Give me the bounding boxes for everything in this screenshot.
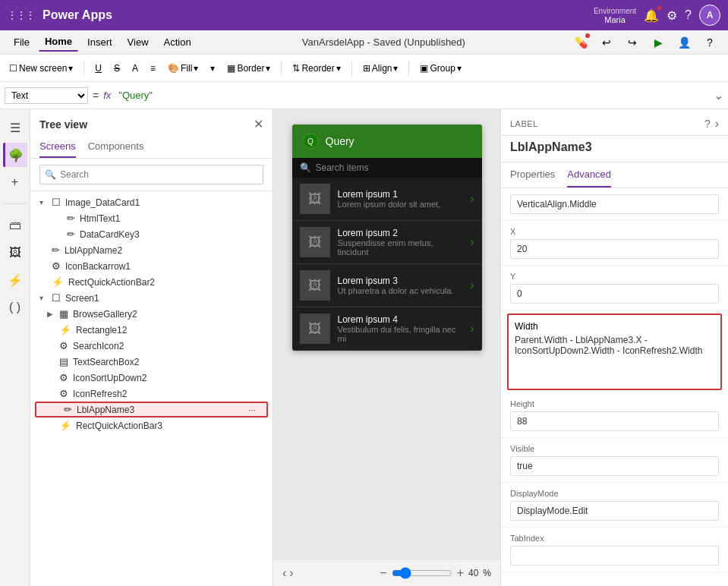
tree-item-label: IconBackarrow1 bbox=[65, 261, 263, 272]
visible-input[interactable] bbox=[510, 456, 719, 476]
menu-home[interactable]: Home bbox=[39, 33, 78, 52]
top-right-icons: 💊 ↩ ↪ ▶ 👤 ? bbox=[570, 32, 720, 53]
formula-expand-icon[interactable]: ⌄ bbox=[714, 88, 723, 102]
menu-insert[interactable]: Insert bbox=[81, 33, 118, 51]
field-y-label: Y bbox=[510, 272, 719, 281]
x-input[interactable] bbox=[510, 239, 719, 259]
align-text-button[interactable]: ≡ bbox=[146, 61, 160, 75]
reorder-chevron: ▾ bbox=[336, 63, 341, 74]
width-textarea[interactable]: Parent.Width - LblAppName3.X - IconSortU… bbox=[515, 335, 714, 380]
search-input[interactable] bbox=[39, 165, 263, 184]
field-tabindex-label: TabIndex bbox=[510, 534, 719, 543]
tab-properties[interactable]: Properties bbox=[510, 162, 555, 187]
equals-sign: = bbox=[93, 90, 99, 102]
strikethrough-button[interactable]: S bbox=[109, 61, 124, 75]
chevron-down-button[interactable]: ▾ bbox=[206, 61, 219, 75]
font-size-button[interactable]: A bbox=[128, 61, 143, 75]
undo-icon[interactable]: ↩ bbox=[596, 32, 617, 53]
variables-icon[interactable]: ( ) bbox=[3, 295, 27, 320]
phone-search-icon: 🔍 bbox=[300, 162, 311, 173]
datacard-icon: ☐ bbox=[52, 197, 61, 208]
item-subtitle-1: Lorem ipsum dolor sit amet, bbox=[338, 200, 441, 209]
tree-item-datacardkey3[interactable]: ✏ DataCardKey3 bbox=[30, 226, 273, 242]
group-button[interactable]: ▣ Group ▾ bbox=[415, 61, 465, 75]
share-icon[interactable]: 👤 bbox=[673, 32, 695, 53]
canvas-scroll-area[interactable]: Q Query 🔍 Search items 🖼 Lorem ipsum 1 L… bbox=[273, 109, 500, 559]
help-icon[interactable]: ? bbox=[685, 8, 692, 22]
power-automate-icon[interactable]: ⚡ bbox=[3, 268, 27, 292]
border-button[interactable]: ▦ Border ▾ bbox=[222, 61, 275, 75]
phone-list-item-1: 🖼 Lorem ipsum 1 Lorem ipsum dolor sit am… bbox=[292, 178, 482, 221]
underline-button[interactable]: U bbox=[90, 61, 106, 75]
waffle-icon[interactable]: ⋮⋮⋮ bbox=[8, 10, 35, 20]
item-subtitle-4: Vestibulum dui felis, fringilla nec mi bbox=[338, 325, 463, 343]
item-title-3: Lorem ipsum 3 bbox=[338, 276, 454, 286]
fill-button[interactable]: 🎨 Fill ▾ bbox=[163, 61, 203, 75]
panel-expand-icon[interactable]: › bbox=[715, 117, 719, 131]
tree-item-rectquickactionbar3[interactable]: ⚡ RectQuickActionBar3 bbox=[30, 417, 273, 433]
tree-item-searchicon2[interactable]: ⚙ SearchIcon2 bbox=[30, 338, 273, 354]
tab-screens[interactable]: Screens bbox=[39, 136, 76, 158]
rect-icon: ⚡ bbox=[52, 276, 64, 288]
tree-item-rectquickactionbar2[interactable]: ⚡ RectQuickActionBar2 bbox=[30, 274, 273, 290]
align-chevron: ▾ bbox=[393, 63, 398, 74]
tree-item-iconrefresh2[interactable]: ⚙ IconRefresh2 bbox=[30, 386, 273, 402]
health-icon[interactable]: 💊 bbox=[570, 32, 591, 53]
media-icon[interactable]: 🖼 bbox=[3, 241, 27, 265]
displaymode-input[interactable] bbox=[510, 501, 719, 521]
tree-view-icon[interactable]: 🌳 bbox=[3, 143, 27, 167]
property-select[interactable]: Text bbox=[5, 87, 88, 104]
menu-view[interactable]: View bbox=[121, 33, 155, 51]
notification-icon[interactable]: 🔔 bbox=[644, 8, 659, 23]
zoom-out-icon[interactable]: − bbox=[380, 566, 386, 580]
tree-item-iconsortupdown2[interactable]: ⚙ IconSortUpDown2 bbox=[30, 370, 273, 386]
tabindex-input[interactable] bbox=[510, 546, 719, 566]
right-panel-content: X Y Width Parent.Width - LblAppName3.X -… bbox=[501, 188, 728, 586]
tree-item-rectangle12[interactable]: ⚡ Rectangle12 bbox=[30, 322, 273, 338]
play-icon[interactable]: ▶ bbox=[648, 32, 669, 53]
nav-left-icon[interactable]: ‹ bbox=[282, 566, 286, 580]
panel-help-icon[interactable]: ? bbox=[704, 118, 711, 130]
tree-item-lblappname2[interactable]: ✏ LblAppName2 bbox=[30, 242, 273, 258]
tree-item-screen1[interactable]: ▾ ☐ Screen1 bbox=[30, 290, 273, 306]
settings-icon[interactable]: ⚙ bbox=[667, 8, 677, 23]
tree-search: 🔍 bbox=[30, 159, 273, 191]
tree-item-htmltext1[interactable]: ✏ HtmlText1 bbox=[30, 210, 273, 226]
y-input[interactable] bbox=[510, 284, 719, 304]
vertical-align-input[interactable] bbox=[510, 194, 719, 214]
menu-file[interactable]: File bbox=[8, 33, 36, 51]
align-button[interactable]: ⊞ Align ▾ bbox=[358, 61, 403, 75]
tab-components[interactable]: Components bbox=[88, 136, 144, 158]
menu-action[interactable]: Action bbox=[158, 33, 197, 51]
tree-item-label: SearchIcon2 bbox=[73, 341, 263, 351]
tree-item-textsearchbox2[interactable]: ▤ TextSearchBox2 bbox=[30, 354, 273, 370]
zoom-slider[interactable] bbox=[392, 567, 452, 579]
height-input[interactable] bbox=[510, 411, 719, 431]
zoom-in-icon[interactable]: + bbox=[457, 566, 464, 580]
tree-item-browsegallery2[interactable]: ▶ ▦ BrowseGallery2 bbox=[30, 306, 273, 322]
right-panel-header: LABEL ? › bbox=[501, 109, 728, 136]
tree-item-label: LblAppName2 bbox=[65, 245, 263, 256]
avatar[interactable]: A bbox=[699, 5, 720, 26]
tree-item-lblappname3[interactable]: ✏ LblAppName3 ··· bbox=[35, 402, 268, 417]
reorder-button[interactable]: ⇅ Reorder ▾ bbox=[288, 61, 345, 75]
hamburger-menu-icon[interactable]: ☰ bbox=[3, 115, 27, 140]
phone-list-item-3: 🖼 Lorem ipsum 3 Ut pharetra a dolor ac v… bbox=[292, 264, 482, 307]
new-screen-button[interactable]: ☐ New screen ▾ bbox=[5, 61, 77, 75]
tab-advanced[interactable]: Advanced bbox=[567, 162, 611, 187]
expand-icon: ▾ bbox=[39, 294, 49, 302]
nav-right-icon[interactable]: › bbox=[289, 566, 293, 580]
redo-icon[interactable]: ↪ bbox=[622, 32, 643, 53]
formula-input[interactable] bbox=[115, 88, 709, 102]
separator-1 bbox=[84, 61, 84, 76]
plus-icon[interactable]: + bbox=[3, 170, 27, 194]
item-subtitle-3: Ut pharetra a dolor ac vehicula. bbox=[338, 286, 454, 295]
tree-item-iconbackarrow1[interactable]: ⚙ IconBackarrow1 bbox=[30, 258, 273, 274]
tree-item-image-datacard1[interactable]: ▾ ☐ Image_DataCard1 bbox=[30, 194, 273, 210]
more-options-button[interactable]: ··· bbox=[245, 405, 259, 415]
tree-item-label: TextSearchBox2 bbox=[73, 357, 263, 367]
database-icon[interactable]: 🗃 bbox=[3, 213, 27, 238]
menu-help-icon[interactable]: ? bbox=[699, 32, 720, 53]
tree-panel: Tree view ✕ Screens Components 🔍 ▾ ☐ Ima… bbox=[30, 109, 273, 586]
tree-close-button[interactable]: ✕ bbox=[254, 117, 263, 131]
